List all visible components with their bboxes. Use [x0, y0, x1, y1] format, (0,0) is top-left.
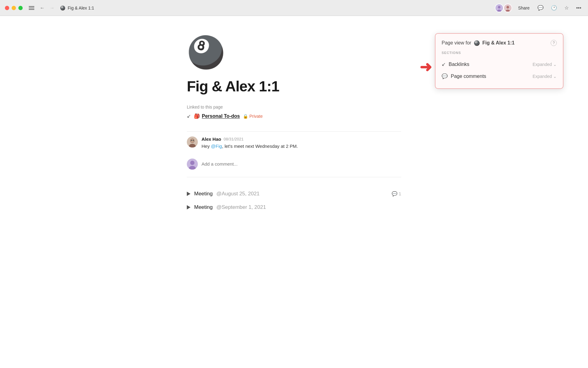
backlinks-label: Backlinks [449, 62, 469, 67]
private-label: Private [249, 114, 263, 119]
section-right-backlinks: Expanded ⌄ [533, 62, 557, 67]
divider-2 [187, 177, 401, 177]
more-options-button[interactable]: ••• [574, 4, 583, 12]
svg-point-4 [507, 6, 509, 9]
comment-icon-button[interactable]: 💬 [536, 4, 545, 12]
avatar-fig [495, 4, 503, 12]
history-button[interactable]: 🕐 [549, 4, 559, 12]
svg-point-13 [190, 161, 194, 165]
divider-1 [187, 131, 401, 132]
current-user-avatar [187, 159, 198, 170]
help-icon[interactable]: ? [551, 40, 557, 46]
meeting-comment-icon-1: 💬 [392, 191, 398, 197]
expand-icon-2 [187, 205, 190, 209]
comment-mention: @Fig [211, 144, 222, 149]
nav-buttons: ← → [38, 4, 56, 12]
meeting-item-1[interactable]: Meeting @August 25, 2021 💬 1 [187, 187, 401, 201]
meeting-left-1: Meeting @August 25, 2021 [187, 191, 260, 197]
svg-point-1 [498, 6, 501, 9]
comment-text: Hey @Fig, let's meet next Wednesday at 2… [202, 143, 401, 150]
meeting-name-2: Meeting [194, 204, 213, 210]
meeting-left-2: Meeting @September 1, 2021 [187, 204, 266, 210]
titlebar: ← → 🎱 Fig & Alex 1:1 Share [0, 0, 588, 16]
backlink-arrow-icon: ↙ [187, 113, 191, 119]
comment-header: Alex Hao 08/31/2021 [202, 136, 401, 142]
page-view-popup[interactable]: Page view for 🎱 Fig & Alex 1:1 ? SECTION… [435, 33, 564, 89]
forward-button[interactable]: → [48, 4, 56, 12]
page-title-icon: 🎱 [60, 6, 65, 10]
commenter-name: Alex Hao [202, 136, 221, 142]
page-title-bar: 🎱 Fig & Alex 1:1 [60, 6, 94, 10]
minimize-button[interactable] [12, 6, 16, 10]
add-comment-row [187, 156, 401, 172]
commenter-avatar [187, 136, 198, 148]
share-button[interactable]: Share [516, 4, 532, 12]
comment-text-before: Hey [202, 144, 211, 149]
linked-page-name[interactable]: Personal To-dos [202, 113, 240, 119]
titlebar-right: Share 💬 🕐 ☆ ••• [495, 4, 583, 12]
page-title-text: Fig & Alex 1:1 [68, 6, 94, 10]
chevron-down-icon-comments: ⌄ [553, 74, 557, 79]
lock-icon: 🔒 [243, 114, 248, 119]
private-badge: 🔒 Private [243, 114, 263, 119]
backlinks-icon: ↙ [442, 61, 446, 67]
backlinks-state: Expanded [533, 62, 552, 67]
meetings-section: Meeting @August 25, 2021 💬 1 Meeting @Se… [187, 187, 401, 214]
meeting-comment-count-1: 1 [399, 191, 401, 196]
page-icon: 🎱 [187, 34, 401, 71]
close-button[interactable] [5, 6, 9, 10]
comment-text-after: , let's meet next Wednesday at 2 PM. [222, 144, 298, 149]
section-right-comments: Expanded ⌄ [533, 74, 557, 79]
avatars [495, 4, 512, 12]
svg-point-11 [193, 140, 194, 141]
linked-items: ↙ 🎒 Personal To-dos 🔒 Private [187, 113, 401, 125]
sections-label: SECTIONS [442, 51, 557, 55]
section-left-comments: 💬 Page comments [442, 73, 486, 79]
traffic-lights [5, 6, 23, 10]
meeting-name-1: Meeting [194, 191, 213, 197]
meeting-date-2: @September 1, 2021 [216, 204, 266, 210]
popup-page-name: Fig & Alex 1:1 [482, 40, 514, 46]
chevron-down-icon-backlinks: ⌄ [553, 62, 557, 67]
linked-label: Linked to this page [187, 105, 401, 109]
meeting-comments-1: 💬 1 [392, 191, 401, 197]
page-heading: Fig & Alex 1:1 [187, 78, 401, 95]
bookmark-button[interactable]: ☆ [563, 4, 571, 12]
content-area: 🎱 Fig & Alex 1:1 Linked to this page ↙ 🎒… [0, 16, 588, 368]
linked-page[interactable]: 🎒 Personal To-dos [194, 113, 240, 119]
back-button[interactable]: ← [38, 4, 47, 12]
comment-item: Alex Hao 08/31/2021 Hey @Fig, let's meet… [187, 136, 401, 150]
menu-icon[interactable] [29, 6, 34, 10]
add-comment-input[interactable] [202, 161, 401, 167]
comment-section: Alex Hao 08/31/2021 Hey @Fig, let's meet… [187, 136, 401, 172]
comments-state: Expanded [533, 74, 552, 79]
popup-header: Page view for 🎱 Fig & Alex 1:1 ? [442, 40, 557, 46]
page-content: 🎱 Fig & Alex 1:1 Linked to this page ↙ 🎒… [162, 16, 426, 232]
section-left-backlinks: ↙ Backlinks [442, 61, 469, 67]
section-row-comments[interactable]: 💬 Page comments Expanded ⌄ [442, 70, 557, 82]
page-comments-icon: 💬 [442, 73, 448, 79]
expand-icon-1 [187, 192, 190, 196]
avatar-alex [503, 4, 512, 12]
comment-date: 08/31/2021 [224, 137, 243, 141]
page-comments-label: Page comments [451, 74, 486, 79]
maximize-button[interactable] [18, 6, 23, 10]
meeting-date-1: @August 25, 2021 [216, 191, 259, 197]
linked-page-icon: 🎒 [194, 113, 200, 119]
popup-title-label: Page view for [442, 40, 471, 46]
svg-point-10 [191, 140, 192, 141]
meeting-item-2[interactable]: Meeting @September 1, 2021 [187, 201, 401, 214]
comment-body: Alex Hao 08/31/2021 Hey @Fig, let's meet… [202, 136, 401, 150]
popup-page-icon: 🎱 [474, 40, 480, 46]
section-row-backlinks[interactable]: ↙ Backlinks Expanded ⌄ [442, 58, 557, 70]
popup-title: Page view for 🎱 Fig & Alex 1:1 [442, 40, 514, 46]
